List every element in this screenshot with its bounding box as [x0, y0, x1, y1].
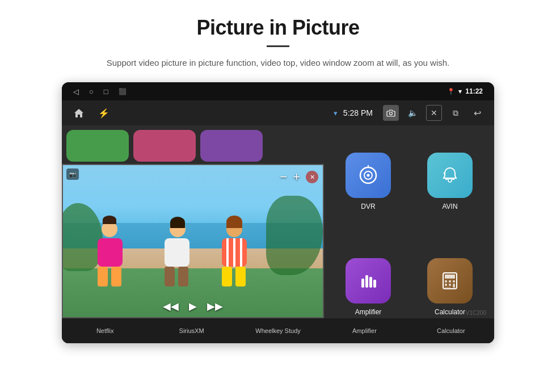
svg-rect-13	[449, 280, 451, 283]
nav-bar: ⚡ ▾ 5:28 PM 🔈 ✕ ⧉	[62, 100, 494, 125]
wheelkey-bottom-label: Wheelkey Study	[255, 327, 300, 334]
calculator-app-icon	[427, 258, 473, 304]
svg-rect-16	[449, 284, 451, 286]
back-icon[interactable]: ◁	[73, 87, 79, 96]
pip-next-btn[interactable]: ▶▶	[207, 300, 223, 313]
amplifier-bottom-item[interactable]: Amplifier	[321, 327, 407, 334]
svg-rect-17	[453, 284, 455, 288]
title-divider	[267, 45, 289, 47]
avin-label: AVIN	[442, 203, 457, 210]
netflix-partial-app[interactable]	[66, 130, 129, 162]
avin-app-icon	[427, 153, 473, 198]
svg-rect-12	[445, 280, 447, 283]
svg-rect-11	[445, 275, 455, 279]
status-bar-left: ◁ ○ □ ⬛	[73, 87, 127, 96]
screenshot-icon[interactable]: ⬛	[119, 88, 127, 95]
page-subtitle: Support video picture in picture functio…	[107, 56, 449, 70]
calculator-bottom-item[interactable]: Calculator	[408, 327, 494, 334]
nav-camera-icon[interactable]	[383, 105, 399, 121]
svg-point-0	[390, 112, 393, 115]
nav-window-icon[interactable]: ⧉	[448, 105, 464, 121]
nav-home-icon[interactable]	[71, 105, 87, 121]
page-title: Picture in Picture	[196, 16, 359, 40]
svg-rect-8	[369, 277, 372, 288]
siriusxm-partial-app[interactable]	[133, 130, 196, 162]
svg-rect-15	[445, 284, 447, 286]
status-time: 11:22	[465, 87, 483, 95]
calculator-bottom-label: Calculator	[437, 327, 465, 334]
wheelkey-partial-app[interactable]	[200, 130, 263, 162]
svg-rect-7	[365, 275, 368, 288]
person3	[219, 221, 250, 284]
pip-video-container[interactable]: 📷 − + ✕ ◀◀ ▶ ▶▶	[62, 164, 324, 318]
page-container: Picture in Picture Support video picture…	[0, 0, 556, 392]
pip-cam-control: 📷	[66, 168, 79, 180]
pip-minus-btn[interactable]: −	[280, 170, 287, 184]
pip-camera-icon[interactable]: 📷	[66, 168, 79, 180]
svg-rect-14	[453, 280, 455, 283]
amplifier-label: Amplifier	[355, 308, 382, 316]
device-frame: ◁ ○ □ ⬛ 📍 ▾ 11:22 ⚡	[62, 82, 494, 343]
nav-back-icon[interactable]: ↩	[469, 105, 485, 121]
netflix-bottom-label: Netflix	[96, 327, 114, 334]
nav-volume-icon[interactable]: 🔈	[405, 105, 420, 121]
pip-prev-btn[interactable]: ◀◀	[163, 300, 179, 313]
content-area: 📷 − + ✕ ◀◀ ▶ ▶▶	[62, 125, 494, 343]
dvr-app-item[interactable]: DVR	[330, 131, 407, 232]
home-circle-icon[interactable]: ○	[89, 87, 94, 96]
bottom-labels-bar: Netflix SiriusXM Wheelkey Study Amplifie…	[62, 318, 494, 343]
dvr-app-icon	[346, 153, 391, 198]
svg-point-4	[448, 179, 452, 182]
amplifier-bottom-label: Amplifier	[352, 327, 377, 334]
svg-rect-9	[373, 280, 376, 288]
pip-close-btn[interactable]: ✕	[306, 171, 318, 183]
dvr-label: DVR	[361, 203, 375, 210]
siriusxm-bottom-label: SiriusXM	[179, 327, 204, 334]
nav-close-icon[interactable]: ✕	[426, 105, 442, 121]
status-bar-right: 📍 ▾ 11:22	[447, 87, 483, 95]
nav-usb-icon[interactable]: ⚡	[96, 105, 112, 121]
pip-size-controls: − + ✕	[280, 170, 318, 184]
person1	[94, 221, 125, 284]
pip-play-btn[interactable]: ▶	[189, 300, 197, 313]
svg-rect-6	[361, 279, 364, 288]
nav-right-group: ▾ 5:28 PM 🔈 ✕ ⧉ ↩	[334, 105, 485, 121]
pip-plus-btn[interactable]: +	[293, 170, 300, 184]
netflix-bottom-item[interactable]: Netflix	[62, 327, 148, 334]
recent-apps-icon[interactable]: □	[104, 87, 108, 96]
calculator-label: Calculator	[435, 308, 465, 316]
nav-left-group: ⚡	[71, 105, 112, 121]
watermark: V1C200	[466, 310, 486, 316]
status-bar: ◁ ○ □ ⬛ 📍 ▾ 11:22	[62, 82, 494, 100]
pip-playback-controls: ◀◀ ▶ ▶▶	[163, 300, 223, 313]
svg-point-3	[367, 174, 370, 177]
wifi-icon: ▾	[458, 88, 462, 95]
person2	[162, 221, 193, 284]
amplifier-app-icon	[346, 258, 391, 304]
nav-wifi-icon: ▾	[334, 109, 338, 117]
avin-app-item[interactable]: AVIN	[411, 131, 488, 232]
nav-time: 5:28 PM	[343, 108, 373, 117]
svg-rect-18	[445, 287, 451, 288]
wheelkey-bottom-item[interactable]: Wheelkey Study	[235, 327, 321, 334]
location-icon: 📍	[447, 88, 455, 95]
partial-apps-row	[62, 125, 324, 166]
siriusxm-bottom-item[interactable]: SiriusXM	[148, 327, 234, 334]
